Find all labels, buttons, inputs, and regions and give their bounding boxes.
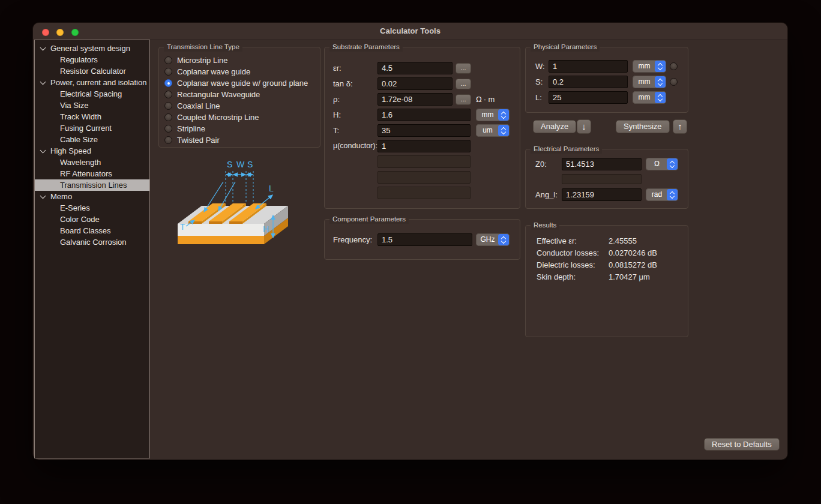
radio-microstrip-line[interactable]: Microstrip Line [164,55,316,66]
radio-icon[interactable] [164,113,172,121]
sidebar-item-via-size[interactable]: Via Size [35,100,149,111]
chevron-down-icon[interactable] [40,193,46,199]
er-input[interactable] [377,62,453,74]
w-unit-select[interactable]: mm [633,60,666,73]
stepper-icon [655,61,666,72]
sidebar-item-label: Track Width [60,111,101,122]
sidebar-item-wavelength[interactable]: Wavelength [35,157,149,168]
sidebar-item-track-width[interactable]: Track Width [35,111,149,122]
group-title: Physical Parameters [531,42,600,52]
group-title: Electrical Parameters [531,144,602,154]
radio-coplanar-wave-guide-ground-plane[interactable]: Coplanar wave guide w/ ground plane [164,77,316,89]
radio-twisted-pair[interactable]: Twisted Pair [164,134,316,146]
sidebar-item-rf-attenuators[interactable]: RF Attenuators [35,168,149,179]
sidebar-item-memo[interactable]: Memo [35,191,149,202]
tand-input[interactable] [377,77,453,90]
analyze-button[interactable]: Analyze [533,120,576,133]
radio-stripline[interactable]: Stripline [164,123,316,134]
sidebar-item-board-classes[interactable]: Board Classes [35,225,149,236]
minimize-button[interactable] [56,29,64,36]
sidebar-item-label: Power, current and isolation [50,77,146,88]
radio-icon[interactable] [164,91,172,98]
frequency-input[interactable] [377,233,472,246]
electrical-parameters-group: Electrical Parameters Z0: Ω Ang_l: rad [525,149,688,209]
titlebar[interactable]: Calculator Tools [33,23,787,40]
l-input[interactable] [549,91,628,104]
z0-label: Z0: [535,158,547,170]
l-unit-select[interactable]: mm [633,91,666,104]
radio-label: Coplanar wave guide [177,66,250,77]
group-title: Results [531,220,559,230]
w-input[interactable] [549,60,628,73]
er-more-button[interactable]: ... [456,63,471,74]
rho-more-button[interactable]: ... [456,94,471,105]
z0-input[interactable] [562,158,642,170]
close-button[interactable] [42,29,49,36]
sidebar-item-electrical-spacing[interactable]: Electrical Spacing [35,88,149,100]
sidebar-item-label: E-Series [60,202,90,214]
radio-coupled-microstrip-line[interactable]: Coupled Microstrip Line [164,112,316,123]
window-controls [42,28,83,38]
radio-rectangular-waveguide[interactable]: Rectangular Waveguide [164,89,316,100]
radio-icon[interactable] [164,56,172,64]
component-parameters-group: Component Parameters Frequency: GHz [324,219,520,260]
radio-coaxial-line[interactable]: Coaxial Line [164,100,316,112]
z0-unit-select[interactable]: Ω [646,158,678,170]
sidebar-item-color-code[interactable]: Color Code [35,214,149,225]
chevron-down-icon[interactable] [40,79,46,85]
radio-icon[interactable] [164,125,172,133]
result-label: Effective εr: [537,235,577,247]
h-unit-select[interactable]: mm [476,109,510,121]
mu-input[interactable] [377,140,471,152]
substrate-parameters-group: Substrate Parameters εr: ... tan δ: ... … [324,47,520,209]
zoom-button[interactable] [71,29,79,36]
synthesize-arrow-up-icon[interactable]: ↑ [673,119,687,134]
frequency-unit-select[interactable]: GHz [476,233,510,246]
ang-unit-select[interactable]: rad [646,188,678,201]
sidebar-item-fusing-current[interactable]: Fusing Current [35,122,149,134]
t-unit-select[interactable]: um [476,124,510,137]
radio-icon[interactable] [164,136,172,144]
radio-selected-icon[interactable] [164,79,172,87]
s-synthesize-radio[interactable] [670,78,678,86]
mu-row: μ(conductor): [325,140,520,152]
transmission-line-diagram: S W S T H L [173,153,300,254]
result-label: Skin depth: [537,271,576,283]
sidebar-item-cable-size[interactable]: Cable Size [35,134,149,145]
sidebar-item-general-system-design[interactable]: General system design [35,43,149,54]
radio-label: Rectangular Waveguide [177,89,260,100]
sidebar-item-power-current-isolation[interactable]: Power, current and isolation [35,77,149,88]
sidebar-item-label: Wavelength [60,157,101,168]
radio-coplanar-wave-guide[interactable]: Coplanar wave guide [164,66,316,77]
chevron-down-icon[interactable] [40,45,46,51]
rho-unit-suffix: Ω ∙ m [476,93,495,106]
sidebar-item-e-series[interactable]: E-Series [35,202,149,214]
reset-to-defaults-button[interactable]: Reset to Defaults [704,438,780,451]
s-input[interactable] [549,76,628,88]
rho-row: ρ: ... Ω ∙ m [325,93,520,106]
analyze-arrow-down-icon[interactable]: ↓ [577,119,591,134]
h-input[interactable] [377,109,471,121]
sidebar-item-high-speed[interactable]: High Speed [35,145,149,157]
radio-icon[interactable] [164,68,172,76]
sidebar-item-resistor-calculator[interactable]: Resistor Calculator [35,65,149,77]
result-value: 1.70427 μm [609,271,650,283]
radio-icon[interactable] [164,102,172,110]
s-unit-select[interactable]: mm [633,76,666,88]
chevron-down-icon[interactable] [40,148,46,154]
sidebar-item-transmission-lines[interactable]: Transmission Lines [35,179,149,191]
sidebar-item-label: General system design [50,43,130,54]
rho-input[interactable] [377,93,453,106]
h-label: H: [333,109,341,121]
tand-more-button[interactable]: ... [456,79,471,89]
t-input[interactable] [377,124,471,137]
w-synthesize-radio[interactable] [670,62,678,70]
sidebar-item-galvanic-corrosion[interactable]: Galvanic Corrosion [35,236,149,248]
synthesize-button[interactable]: Synthesize [616,120,670,133]
sidebar-item-regulators[interactable]: Regulators [35,54,149,65]
disabled-input [377,187,471,199]
ang-input[interactable] [562,188,642,201]
sidebar-item-label: Cable Size [60,134,98,145]
sidebar-item-label: Resistor Calculator [60,65,126,77]
sidebar-tree: General system design Regulators Resisto… [34,40,150,458]
